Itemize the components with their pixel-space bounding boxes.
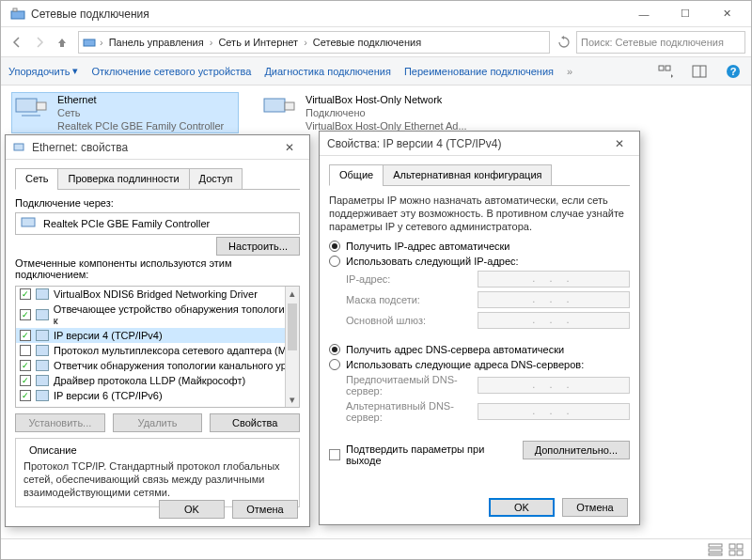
preview-pane-button[interactable] xyxy=(689,61,710,82)
install-button[interactable]: Установить... xyxy=(15,413,105,432)
list-item[interactable]: VirtualBox NDIS6 Bridged Networking Driv… xyxy=(54,288,258,300)
maximize-button[interactable]: ☐ xyxy=(665,2,706,26)
list-item[interactable]: Драйвер протокола LLDP (Майкрософт) xyxy=(54,375,245,386)
properties-button[interactable]: Свойства xyxy=(210,413,300,432)
svg-text:?: ? xyxy=(730,66,737,77)
app-icon xyxy=(10,7,25,22)
ok-button[interactable]: OK xyxy=(489,498,555,517)
svg-rect-12 xyxy=(264,99,285,112)
dialog-titlebar[interactable]: Свойства: IP версии 4 (TCP/IPv4) ✕ xyxy=(320,132,639,156)
tab-network[interactable]: Сеть xyxy=(15,168,58,190)
diagnose-button[interactable]: Диагностика подключения xyxy=(264,66,390,77)
chevron-right-icon: › xyxy=(208,37,215,48)
dns1-input: . . . xyxy=(478,377,630,394)
svg-rect-4 xyxy=(666,66,670,70)
forward-button[interactable] xyxy=(29,32,50,53)
scroll-up-icon[interactable]: ▴ xyxy=(286,287,299,301)
rename-button[interactable]: Переименование подключения xyxy=(404,66,554,77)
search-input[interactable]: Поиск: Сетевые подключения xyxy=(576,31,745,54)
navbar: › Панель управления › Сеть и Интернет › … xyxy=(1,27,751,57)
tab-sharing[interactable]: Доступ xyxy=(189,168,243,190)
close-icon[interactable]: ✕ xyxy=(277,141,302,154)
crumb-control-panel[interactable]: Панель управления xyxy=(105,37,208,48)
back-button[interactable] xyxy=(7,32,27,53)
list-item[interactable]: IP версии 6 (TCP/IPv6) xyxy=(54,390,163,401)
adapter-field: Realtek PCIe GBE Family Controller xyxy=(15,212,300,235)
svg-rect-19 xyxy=(729,544,735,549)
adapter-vbox[interactable]: VirtualBox Host-Only Network Подключено … xyxy=(260,93,486,132)
refresh-button[interactable] xyxy=(554,32,574,53)
svg-rect-16 xyxy=(709,544,722,547)
scroll-thumb[interactable] xyxy=(288,303,297,350)
mask-label: Маска подсети: xyxy=(346,294,478,305)
radio-static-dns[interactable]: Использовать следующие адреса DNS-сервер… xyxy=(329,359,630,370)
svg-rect-17 xyxy=(709,549,722,552)
list-item[interactable]: Ответчик обнаружения топологии канальног… xyxy=(54,360,292,371)
chevron-right-icon: › xyxy=(302,37,309,48)
radio-static-ip[interactable]: Использовать следующий IP-адрес: xyxy=(329,256,630,267)
uninstall-button[interactable]: Удалить xyxy=(113,413,203,432)
svg-rect-10 xyxy=(37,102,46,110)
gateway-input: . . . xyxy=(478,312,630,329)
minimize-button[interactable]: — xyxy=(623,2,665,26)
search-placeholder: Поиск: Сетевые подключения xyxy=(581,37,724,48)
ethernet-properties-dialog: Ethernet: свойства ✕ Сеть Проверка подли… xyxy=(5,134,310,527)
confirm-on-exit-checkbox[interactable]: Подтвердить параметры при выходе xyxy=(329,443,523,466)
list-item[interactable]: Протокол мультиплексора сетевого адаптер… xyxy=(54,345,292,356)
close-button[interactable]: ✕ xyxy=(706,2,747,26)
cancel-button[interactable]: Отмена xyxy=(562,498,628,517)
radio-auto-ip[interactable]: Получить IP-адрес автоматически xyxy=(329,241,630,252)
ok-button[interactable]: OK xyxy=(159,500,225,519)
large-icons-view-icon[interactable] xyxy=(728,543,744,556)
components-list[interactable]: ✓VirtualBox NDIS6 Bridged Networking Dri… xyxy=(15,286,300,408)
configure-button[interactable]: Настроить... xyxy=(216,237,300,256)
details-view-icon[interactable] xyxy=(708,543,723,556)
svg-rect-5 xyxy=(693,66,706,77)
tab-general[interactable]: Общие xyxy=(329,164,384,186)
close-icon[interactable]: ✕ xyxy=(607,137,632,150)
breadcrumb[interactable]: › Панель управления › Сеть и Интернет › … xyxy=(78,31,550,54)
overflow-chevron[interactable]: » xyxy=(567,66,572,77)
chevron-right-icon: › xyxy=(98,37,105,48)
command-bar: Упорядочить ▾ Отключение сетевого устрой… xyxy=(1,57,751,86)
titlebar: Сетевые подключения — ☐ ✕ xyxy=(1,1,751,27)
advanced-button[interactable]: Дополнительно... xyxy=(523,441,630,459)
crumb-network-connections[interactable]: Сетевые подключения xyxy=(309,37,425,48)
adapter-status: Подключено xyxy=(306,106,467,119)
view-menu[interactable] xyxy=(655,61,676,82)
adapter-device: Realtek PCIe GBE Family Controller xyxy=(57,119,224,132)
tab-auth[interactable]: Проверка подлинности xyxy=(57,168,189,190)
list-item[interactable]: Отвечающее устройство обнаружения тополо… xyxy=(54,303,295,326)
help-button[interactable]: ? xyxy=(723,61,744,82)
ip-input: . . . xyxy=(478,271,630,288)
content-area: Ethernet Сеть Realtek PCIe GBE Family Co… xyxy=(1,86,751,538)
svg-rect-18 xyxy=(709,553,722,555)
network-icon xyxy=(13,141,26,154)
adapter-status: Сеть xyxy=(57,106,224,119)
adapter-name: Ethernet xyxy=(57,93,224,106)
up-button[interactable] xyxy=(52,32,72,53)
organize-menu[interactable]: Упорядочить ▾ xyxy=(8,65,78,77)
nic-icon xyxy=(21,216,38,231)
svg-rect-1 xyxy=(13,8,17,11)
dialog-title: Свойства: IP версии 4 (TCP/IPv4) xyxy=(327,137,607,150)
adapter-ethernet[interactable]: Ethernet Сеть Realtek PCIe GBE Family Co… xyxy=(12,93,238,132)
radio-auto-dns[interactable]: Получить адрес DNS-сервера автоматически xyxy=(329,344,630,355)
adapter-name-text: Realtek PCIe GBE Family Controller xyxy=(43,218,210,229)
tabstrip: Сеть Проверка подлинности Доступ xyxy=(15,167,300,190)
svg-rect-0 xyxy=(11,11,24,19)
description-label: Описание xyxy=(25,444,81,456)
window-title: Сетевые подключения xyxy=(31,8,623,21)
cancel-button[interactable]: Отмена xyxy=(232,500,298,519)
svg-rect-21 xyxy=(729,551,735,555)
dialog-titlebar[interactable]: Ethernet: свойства ✕ xyxy=(6,135,309,160)
connect-using-label: Подключение через: xyxy=(15,197,300,209)
crumb-network-internet[interactable]: Сеть и Интернет xyxy=(214,37,302,48)
gateway-label: Основной шлюз: xyxy=(346,315,478,326)
disable-device-button[interactable]: Отключение сетевого устройства xyxy=(91,66,251,77)
dialog-title: Ethernet: свойства xyxy=(32,141,277,154)
tab-alternate[interactable]: Альтернативная конфигурация xyxy=(383,164,552,186)
scroll-down-icon[interactable]: ▾ xyxy=(286,393,299,407)
scrollbar[interactable]: ▴ ▾ xyxy=(285,287,299,407)
list-item[interactable]: IP версии 4 (TCP/IPv4) xyxy=(54,330,163,341)
